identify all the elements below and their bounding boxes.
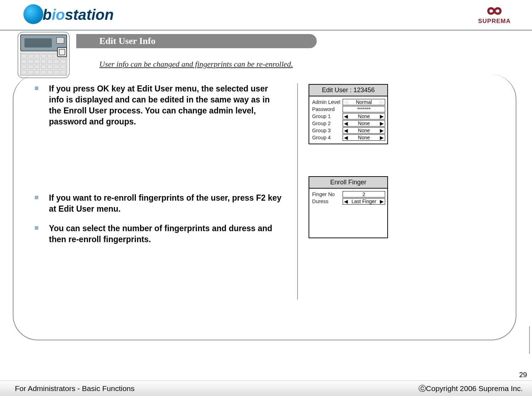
password-value: ******* xyxy=(343,106,385,112)
chevron-right-icon: ▶ xyxy=(380,128,384,133)
admin-level-value: ◁ Normal ▷ xyxy=(343,99,385,105)
finger-no-value: 2 xyxy=(343,191,385,197)
bullet-item-3: You can select the number of fingerprint… xyxy=(35,223,283,245)
group3-label: Group 3 xyxy=(312,128,343,133)
infinity-icon xyxy=(482,5,507,17)
chevron-left-icon: ◀ xyxy=(344,199,348,204)
bullet-text-2: If you want to re-enroll fingerprints of… xyxy=(49,193,283,214)
password-label: Password xyxy=(312,106,343,112)
bullet-item-1: If you press OK key at Edit User menu, t… xyxy=(35,83,283,127)
brand-logo-suprema: SUPREMA xyxy=(478,5,511,25)
vertical-divider xyxy=(297,83,298,300)
bullet-column: If you press OK key at Edit User menu, t… xyxy=(35,83,294,253)
brand-text-suprema: SUPREMA xyxy=(478,18,511,25)
bullet-text-1: If you press OK key at Edit User menu, t… xyxy=(49,83,283,127)
footer-left: For Administrators - Basic Functions xyxy=(15,384,134,393)
page-title: Edit User Info xyxy=(76,34,317,48)
fingerprint-swirl-icon xyxy=(23,4,43,24)
chevron-right-icon: ▶ xyxy=(380,114,384,119)
brand-text-io: io xyxy=(52,6,65,23)
page-side-rule xyxy=(529,326,530,354)
footer: For Administrators - Basic Functions ⓒCo… xyxy=(0,380,532,396)
brand-logo-biostation: biostation xyxy=(25,6,114,23)
chevron-right-icon: ▶ xyxy=(380,121,384,126)
edit-user-panel: Edit User : 123456 Admin Level ◁ Normal … xyxy=(309,84,388,144)
chevron-right-icon: ▶ xyxy=(380,199,384,204)
group3-value: ◀ None ▶ xyxy=(343,127,385,134)
brand-text-b: b xyxy=(43,6,52,23)
fingerprint-scanner-icon xyxy=(57,47,67,57)
group1-value: ◀ None ▶ xyxy=(343,113,385,119)
speaker-icon xyxy=(56,37,64,44)
device-thumbnail xyxy=(18,32,70,78)
title-region: Edit User Info User info can be changed … xyxy=(18,32,301,78)
duress-value: ◀ Last Finger ▶ xyxy=(343,198,385,205)
admin-level-label: Admin Level xyxy=(312,99,343,105)
device-panels-column: Edit User : 123456 Admin Level ◁ Normal … xyxy=(309,83,388,238)
group4-label: Group 4 xyxy=(312,135,343,140)
enroll-finger-panel-title: Enroll Finger xyxy=(309,177,387,189)
enroll-finger-panel: Enroll Finger Finger No 2 Duress ◀ Last … xyxy=(309,176,388,238)
bullet-text-3: You can select the number of fingerprint… xyxy=(49,223,283,245)
bullet-item-2: If you want to re-enroll fingerprints of… xyxy=(35,193,283,214)
bullet-icon xyxy=(35,226,38,230)
page-number: 29 xyxy=(519,371,527,379)
finger-no-label: Finger No xyxy=(312,191,343,197)
duress-label: Duress xyxy=(312,199,343,204)
group2-value: ◀ None ▶ xyxy=(343,120,385,127)
chevron-right-icon: ▷ xyxy=(380,100,384,105)
bullet-icon xyxy=(35,87,38,90)
bullet-icon xyxy=(35,196,38,199)
page-subtitle: User info can be changed and fingerprint… xyxy=(99,60,293,69)
group4-value: ◀ None ▶ xyxy=(343,134,385,141)
header: biostation SUPREMA xyxy=(0,0,532,30)
footer-right: ⓒCopyright 2006 Suprema Inc. xyxy=(419,384,523,394)
content-panel: If you press OK key at Edit User menu, t… xyxy=(13,74,516,340)
chevron-left-icon: ◀ xyxy=(344,135,348,140)
chevron-right-icon: ▶ xyxy=(380,135,384,140)
chevron-left-icon: ◀ xyxy=(344,121,348,126)
group1-label: Group 1 xyxy=(312,113,343,119)
chevron-left-icon: ◀ xyxy=(344,114,348,119)
group2-label: Group 2 xyxy=(312,121,343,126)
chevron-left-icon: ◀ xyxy=(344,128,348,133)
edit-user-panel-title: Edit User : 123456 xyxy=(309,85,387,96)
chevron-left-icon: ◁ xyxy=(344,100,348,105)
brand-text-rest: station xyxy=(65,6,114,23)
